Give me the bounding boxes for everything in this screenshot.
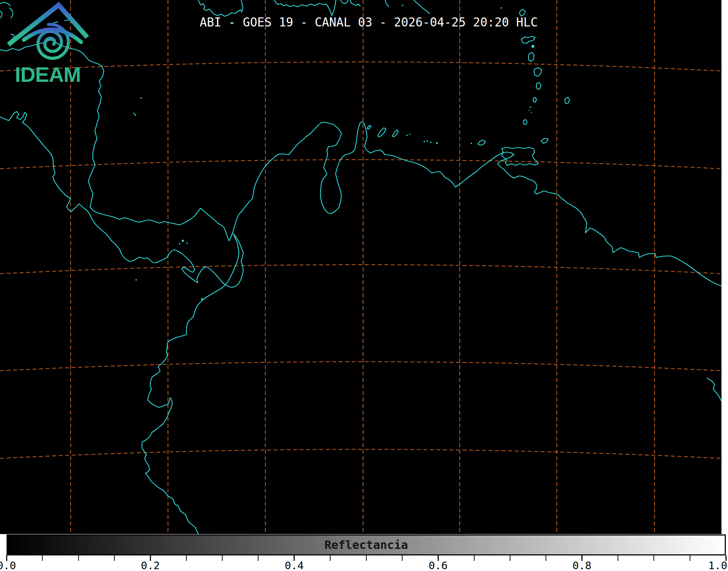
colorbar-minor-tick [510,555,510,561]
gridline-horizontal [0,160,721,169]
coastline-path [536,83,541,89]
coastline-path [502,147,538,165]
island-dot [530,106,531,108]
colorbar-tick-label: 0.2 [141,559,160,571]
island-dot [402,5,403,6]
colorbar-minor-tick [546,555,546,561]
colorbar-minor-tick [366,555,367,561]
island-dot [186,243,188,244]
scan-edge-band [721,0,728,534]
colorbar-minor-tick [330,555,331,561]
coastline-path [367,125,371,129]
coastline-path [565,97,569,104]
coastline-path [0,40,721,286]
island-dot [424,141,425,142]
island-dot [531,112,532,113]
coastline-path [198,0,243,16]
coastline-path [707,378,721,401]
colorbar-minor-tick [402,555,403,561]
coastline-path [529,53,534,62]
gridline-horizontal [0,265,721,274]
image-title: ABI - GOES 19 - CANAL 03 - 2026-04-25 20… [0,15,728,29]
island-dot [201,298,203,300]
colorbar-minor-tick [258,555,258,561]
colorbar-label: Reflectancia [8,536,725,554]
colorbar-minor-tick [78,555,79,561]
colorbar-minor-tick [618,555,618,561]
coastline-path [392,130,398,137]
coastline-path [533,97,536,102]
island-dot [135,279,137,281]
map-svg [0,0,728,534]
island-dot [531,45,534,48]
island-dot [182,240,184,242]
coastline-path [274,0,336,16]
coastline-path [414,0,429,14]
coastline-path [385,0,389,7]
island-dot [409,134,411,135]
coastline-path [134,113,136,116]
coastline-path [378,128,386,137]
coastline-path [341,0,348,4]
satellite-image-viewer: ABI - GOES 19 - CANAL 03 - 2026-04-25 20… [0,0,728,571]
map-canvas: ABI - GOES 19 - CANAL 03 - 2026-04-25 20… [0,0,728,534]
ideam-logo-text: IDEAM [15,63,81,86]
colorbar-minor-tick [186,555,187,561]
coastline-path [523,119,527,125]
island-dot [436,142,438,144]
colorbar-tick-label: 0.8 [572,559,591,571]
colorbar-minor-tick [114,555,115,561]
colorbar-minor-tick [474,555,475,561]
coastline-path [350,0,360,6]
island-dot [501,7,502,9]
colorbar-tick-label: 0.0 [0,559,16,571]
island-dot [430,142,432,143]
island-dot [426,140,428,142]
colorbar-minor-tick [653,555,654,561]
island-dot [179,243,180,244]
island-dot [140,97,142,99]
colorbar-minor-tick [690,555,690,561]
latlon-gridlines [0,0,721,534]
colorbar: Reflectancia [7,534,726,555]
coastline-path [0,112,243,534]
coastline-path [521,36,535,43]
coastline-path [478,140,485,145]
colorbar-minor-tick [42,555,43,561]
gridline-horizontal [0,449,721,458]
colorbar-tick-label: 1.0 [708,559,727,571]
coastline-path [534,68,542,76]
gridline-horizontal [0,62,721,71]
gridline-horizontal [0,362,721,371]
coastline-path [541,138,548,143]
island-dot [406,135,408,136]
colorbar-tick-label: 0.6 [429,559,447,571]
colorbar-tick-label: 0.4 [285,559,304,571]
ideam-logo: IDEAM [0,0,98,87]
island-dot [471,143,472,144]
colorbar-minor-tick [222,555,223,561]
island-dot [529,110,530,111]
